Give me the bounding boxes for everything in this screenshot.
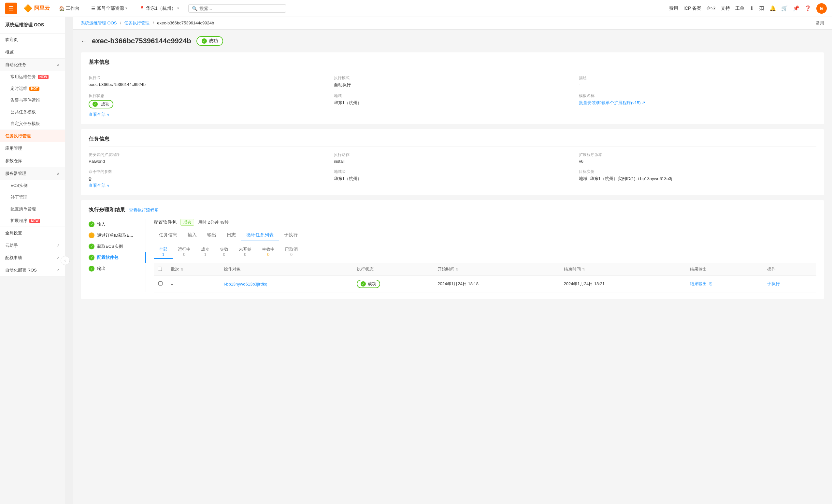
description-value: - bbox=[579, 82, 816, 87]
sidebar-item-param-store[interactable]: 参数仓库 bbox=[0, 155, 65, 167]
sidebar-item-global-settings[interactable]: 全局设置 bbox=[0, 227, 65, 239]
sidebar-group-server[interactable]: 服务器管理 ∧ bbox=[0, 167, 65, 180]
sidebar-item-app-mgmt[interactable]: 应用管理 bbox=[0, 142, 65, 155]
location-pin-icon[interactable]: 📌 bbox=[793, 5, 800, 11]
description-field: 描述 - bbox=[579, 75, 816, 88]
step-output[interactable]: ✓ 输出 bbox=[88, 263, 146, 274]
copy-icon[interactable]: ⎘ bbox=[709, 281, 712, 286]
row-target[interactable]: i-bp13nywo613o3jlrtfkq bbox=[220, 276, 353, 292]
common-ops-label: 常用运维任务 bbox=[10, 74, 36, 80]
sidebar-section-global: 全局设置 云助手 ↗ 配额申请 ↗ 自动化部署 ROS ↗ bbox=[0, 227, 65, 277]
task-info-title: 任务信息 bbox=[88, 136, 816, 147]
row-action[interactable]: 子执行 bbox=[763, 276, 816, 292]
step-input[interactable]: ✓ 输入 bbox=[88, 219, 146, 230]
sidebar-item-alert-ops[interactable]: 告警与事件运维 bbox=[0, 95, 65, 106]
nav-ticket[interactable]: 工单 bbox=[735, 5, 744, 11]
tab-task-info[interactable]: 任务信息 bbox=[154, 230, 182, 241]
target-instance-value: 地域: 华东1（杭州）实例ID(1): i-bp13nywo613o3j bbox=[579, 176, 816, 182]
cart-icon[interactable]: 🛒 bbox=[781, 5, 788, 11]
flow-chart-link[interactable]: 查看执行流程图 bbox=[129, 207, 159, 213]
th-start-time[interactable]: 开始时间 ⇅ bbox=[434, 263, 560, 276]
help-icon[interactable]: ❓ bbox=[805, 5, 811, 11]
template-name-value[interactable]: 批量安装/卸载单个扩展程序(v15) ↗ bbox=[579, 100, 816, 106]
sidebar-item-cloud-assistant[interactable]: 云助手 ↗ bbox=[0, 239, 65, 252]
detail-tabs: 任务信息 输入 输出 日志 循环任务列表 子执行 bbox=[154, 230, 816, 241]
step-get-ecs-label: 获取ECS实例 bbox=[97, 243, 123, 249]
sidebar-item-patch[interactable]: 补丁管理 bbox=[0, 191, 65, 203]
search-bar[interactable]: 🔍 bbox=[188, 4, 286, 13]
sidebar-group-automation[interactable]: 自动化任务 ∧ bbox=[0, 59, 65, 71]
sidebar-title: 系统运维管理 OOS bbox=[0, 17, 65, 33]
tab-loop-tasks[interactable]: 循环任务列表 bbox=[241, 230, 279, 241]
filter-success[interactable]: 成功 1 bbox=[196, 245, 215, 259]
back-button[interactable]: ← bbox=[81, 38, 87, 45]
sidebar-item-common-ops[interactable]: 常用运维任务 NEW bbox=[0, 71, 65, 83]
ecs-label: ECS实例 bbox=[10, 183, 28, 188]
nav-account[interactable]: ☰ 账号全部资源 ▾ bbox=[88, 4, 130, 14]
select-all-checkbox[interactable] bbox=[158, 267, 162, 271]
sidebar-item-scheduled[interactable]: 定时运维 HOT bbox=[0, 83, 65, 95]
filter-all[interactable]: 全部 1 bbox=[154, 245, 173, 259]
tab-sub-execution[interactable]: 子执行 bbox=[279, 230, 303, 241]
param-store-label: 参数仓库 bbox=[5, 158, 22, 164]
basic-info-card: 基本信息 执行ID exec-b366bc75396144c9924b 执行模式… bbox=[81, 52, 824, 124]
sidebar-item-auto-deploy-ros[interactable]: 自动化部署 ROS ↗ bbox=[0, 264, 65, 276]
steps-panel: ✓ 输入 — 通过订单ID获取E... ✓ 获取ECS实例 ✓ bbox=[81, 219, 146, 292]
row-result-output[interactable]: 结果输出 ⎘ bbox=[686, 276, 763, 292]
breadcrumb-task-exec[interactable]: 任务执行管理 bbox=[124, 21, 150, 25]
filter-cancelled[interactable]: 已取消 0 bbox=[280, 245, 303, 259]
th-target[interactable]: 操作对象 bbox=[220, 263, 353, 276]
download-icon[interactable]: ⬇ bbox=[750, 5, 754, 11]
step-get-ecs-icon: ✓ bbox=[88, 243, 95, 249]
nav-workbench[interactable]: 🏠 工作台 bbox=[56, 4, 82, 14]
nav-support[interactable]: 支持 bbox=[721, 5, 730, 11]
th-checkbox bbox=[154, 263, 167, 276]
sidebar-item-quota[interactable]: 配额申请 ↗ bbox=[0, 252, 65, 264]
logo[interactable]: 🔶 阿里云 bbox=[23, 4, 50, 13]
sidebar-item-config-inventory[interactable]: 配置清单管理 bbox=[0, 203, 65, 215]
avatar[interactable]: Ie bbox=[816, 3, 827, 14]
th-end-time[interactable]: 结束时间 ⇅ bbox=[560, 263, 686, 276]
sidebar-item-overview[interactable]: 概览 bbox=[0, 46, 65, 58]
th-status[interactable]: 执行状态 bbox=[353, 263, 434, 276]
sidebar-section-server: 服务器管理 ∧ ECS实例 补丁管理 配置清单管理 扩展程序 NEW bbox=[0, 167, 65, 227]
target-instance-link[interactable]: i-bp13nywo613o3jlrtfkq bbox=[224, 282, 267, 287]
step-order[interactable]: — 通过订单ID获取E... bbox=[88, 230, 146, 241]
filter-effective[interactable]: 生效中 0 bbox=[257, 245, 280, 259]
nav-region[interactable]: 📍 华东1（杭州） ▾ bbox=[136, 4, 182, 14]
breadcrumb-oos[interactable]: 系统运维管理 OOS bbox=[81, 21, 117, 25]
tab-log[interactable]: 日志 bbox=[222, 230, 241, 241]
batch-sort-icon: ⇅ bbox=[180, 267, 183, 271]
tab-input[interactable]: 输入 bbox=[182, 230, 202, 241]
step-get-ecs[interactable]: ✓ 获取ECS实例 bbox=[88, 241, 146, 252]
exec-action-label: 执行动作 bbox=[334, 152, 571, 158]
view-all-exec-status[interactable]: 查看全部 ∨ bbox=[88, 112, 109, 117]
filter-not-started[interactable]: 未开始 0 bbox=[234, 245, 257, 259]
step-configure-pkg[interactable]: ✓ 配置软件包 bbox=[88, 252, 146, 263]
sidebar-collapse-button[interactable]: ‹ bbox=[60, 256, 70, 265]
search-input[interactable] bbox=[199, 6, 282, 11]
row-checkbox[interactable] bbox=[158, 281, 162, 286]
nav-fees[interactable]: 费用 bbox=[669, 5, 678, 11]
nav-enterprise[interactable]: 企业 bbox=[707, 5, 716, 11]
sidebar-item-task-execution[interactable]: 任务执行管理 bbox=[0, 130, 65, 142]
sub-execution-link[interactable]: 子执行 bbox=[767, 281, 780, 286]
row-status-text: 成功 bbox=[368, 281, 376, 287]
nav-icp[interactable]: ICP 备案 bbox=[683, 5, 701, 11]
sidebar-item-ecs[interactable]: ECS实例 bbox=[0, 180, 65, 191]
sidebar-item-welcome[interactable]: 欢迎页 bbox=[0, 33, 65, 46]
template-name-link[interactable]: 批量安装/卸载单个扩展程序(v15) ↗ bbox=[579, 100, 645, 105]
hamburger-menu[interactable]: ☰ bbox=[5, 3, 17, 14]
extension-version-field: 扩展程序版本 v6 bbox=[579, 152, 816, 164]
filter-failed[interactable]: 失败 0 bbox=[215, 245, 234, 259]
sidebar-item-custom-templates[interactable]: 自定义任务模板 bbox=[0, 118, 65, 130]
tab-output[interactable]: 输出 bbox=[202, 230, 222, 241]
bell-icon[interactable]: 🔔 bbox=[770, 5, 776, 11]
image-icon[interactable]: 🖼 bbox=[759, 5, 764, 11]
result-output-link[interactable]: 结果输出 bbox=[690, 281, 707, 286]
sidebar-item-public-templates[interactable]: 公共任务模板 bbox=[0, 106, 65, 118]
sidebar-item-extension[interactable]: 扩展程序 NEW bbox=[0, 215, 65, 227]
view-all-task-info[interactable]: 查看全部 ∨ bbox=[88, 183, 109, 188]
filter-running[interactable]: 运行中 0 bbox=[173, 245, 196, 259]
th-batch[interactable]: 批次 ⇅ bbox=[167, 263, 220, 276]
